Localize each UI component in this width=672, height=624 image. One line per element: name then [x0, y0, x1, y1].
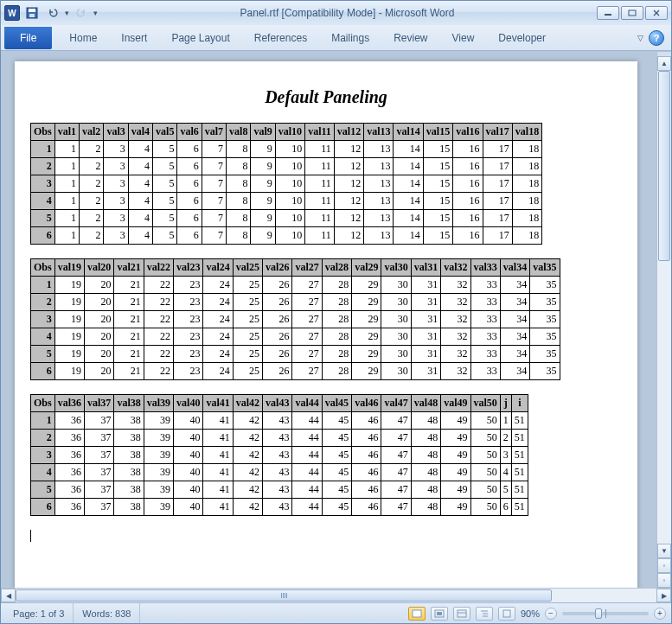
file-tab[interactable]: File [4, 27, 52, 49]
data-cell: 41 [203, 464, 233, 481]
data-cell: 46 [352, 481, 381, 499]
data-cell: 18 [512, 193, 541, 210]
data-cell: 49 [441, 481, 470, 499]
data-cell: 41 [203, 447, 233, 464]
view-print-layout-button[interactable] [408, 607, 426, 621]
tab-view[interactable]: View [440, 27, 487, 49]
vertical-scrollbar[interactable]: ▲ ▼ ◦ ◦ [656, 51, 671, 588]
zoom-level[interactable]: 90% [521, 608, 540, 619]
data-cell: 17 [483, 210, 512, 227]
data-cell: 38 [114, 499, 144, 516]
scroll-down-button[interactable]: ▼ [657, 544, 671, 558]
data-cell: 46 [352, 447, 381, 464]
data-cell: 10 [275, 158, 304, 175]
redo-button[interactable] [73, 4, 90, 22]
data-cell: 48 [411, 430, 440, 447]
tab-home[interactable]: Home [57, 27, 109, 49]
view-full-screen-button[interactable] [431, 607, 448, 621]
data-cell: 22 [144, 277, 173, 294]
data-cell: 22 [144, 328, 173, 346]
hscroll-track[interactable] [16, 589, 656, 602]
tab-mailings[interactable]: Mailings [319, 27, 381, 49]
save-button[interactable] [23, 4, 41, 22]
data-cell: 30 [381, 328, 411, 346]
column-header: val16 [453, 124, 483, 141]
zoom-slider-knob[interactable] [595, 608, 602, 619]
data-cell: 19 [54, 363, 84, 380]
tab-review[interactable]: Review [381, 27, 439, 49]
word-app-icon[interactable]: W [4, 5, 20, 21]
data-cell: 27 [292, 363, 322, 380]
data-cell: 4 [128, 193, 152, 210]
status-page[interactable]: Page: 1 of 3 [4, 603, 74, 623]
data-cell: 26 [263, 363, 292, 380]
maximize-button[interactable] [621, 6, 643, 20]
data-cell: 38 [114, 447, 144, 464]
data-cell: 26 [263, 277, 292, 294]
table-row: 51920212223242526272829303132333435 [31, 346, 560, 363]
data-cell: 33 [470, 328, 500, 346]
data-cell: 13 [364, 141, 394, 158]
scroll-up-button[interactable]: ▲ [657, 56, 671, 71]
obs-cell: 3 [31, 175, 55, 193]
minimize-button[interactable] [597, 6, 619, 20]
data-cell: 21 [114, 363, 144, 380]
data-cell: 26 [263, 328, 292, 346]
svg-rect-5 [413, 610, 421, 617]
browse-prev-button[interactable]: ◦ [657, 558, 671, 573]
tab-insert[interactable]: Insert [109, 27, 159, 49]
view-web-layout-button[interactable] [453, 607, 470, 621]
close-button[interactable] [645, 6, 668, 20]
tab-references[interactable]: References [242, 27, 319, 49]
status-words[interactable]: Words: 838 [74, 603, 140, 623]
column-header: val28 [322, 259, 351, 277]
data-cell: 43 [263, 499, 292, 516]
vscroll-thumb[interactable] [658, 71, 670, 261]
data-cell: 5 [153, 193, 177, 210]
column-header: val25 [233, 259, 262, 277]
data-cell: 50 [470, 412, 500, 430]
scroll-left-button[interactable]: ◀ [1, 589, 16, 602]
data-cell: 5 [153, 158, 177, 175]
data-cell: 3 [104, 158, 128, 175]
data-cell: 47 [381, 430, 411, 447]
data-cell: 11 [305, 175, 335, 193]
document-page[interactable]: Default Paneling Obsval1val2val3val4val5… [15, 61, 637, 588]
undo-dropdown-icon[interactable]: ▾ [65, 9, 69, 17]
ribbon-minimize-icon[interactable]: ▽ [637, 34, 643, 42]
data-table-2: Obsval19val20val21val22val23val24val25va… [30, 258, 560, 380]
horizontal-scrollbar[interactable]: ◀ ▶ [1, 588, 671, 602]
data-cell: 40 [174, 499, 203, 516]
browse-next-button[interactable]: ◦ [657, 573, 671, 588]
tab-developer[interactable]: Developer [486, 27, 558, 49]
undo-button[interactable] [44, 4, 61, 22]
data-cell: 33 [470, 277, 500, 294]
zoom-in-button[interactable]: + [654, 608, 666, 620]
data-cell: 28 [322, 328, 351, 346]
data-cell: 20 [85, 294, 114, 311]
data-cell: 2 [80, 227, 104, 245]
view-draft-button[interactable] [498, 607, 515, 621]
data-cell: 29 [352, 328, 381, 346]
data-cell: 7 [202, 158, 226, 175]
document-scroll-area[interactable]: Default Paneling Obsval1val2val3val4val5… [1, 51, 656, 588]
scroll-right-button[interactable]: ▶ [656, 589, 671, 602]
tab-page-layout[interactable]: Page Layout [159, 27, 241, 49]
view-outline-button[interactable] [476, 607, 493, 621]
zoom-slider[interactable] [562, 612, 649, 615]
data-cell: 47 [381, 499, 411, 516]
data-cell: 3 [104, 227, 128, 245]
data-cell: 1 [54, 193, 79, 210]
data-cell: 21 [114, 346, 144, 363]
hscroll-thumb[interactable] [16, 589, 552, 602]
data-cell: 49 [441, 412, 470, 430]
data-cell: 47 [381, 412, 411, 430]
data-cell: 19 [54, 294, 84, 311]
column-header: val24 [203, 259, 233, 277]
zoom-out-button[interactable]: − [545, 608, 557, 620]
data-cell: 23 [174, 363, 203, 380]
help-button[interactable]: ? [649, 30, 664, 46]
vscroll-track[interactable] [657, 71, 671, 544]
data-cell: 10 [275, 193, 304, 210]
data-cell: 32 [441, 328, 470, 346]
